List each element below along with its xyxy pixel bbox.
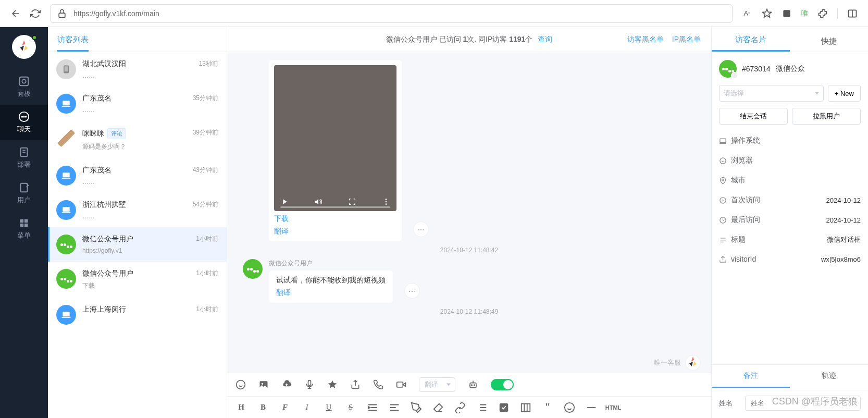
- translate-link[interactable]: 翻译: [276, 288, 386, 298]
- quote-icon[interactable]: ": [542, 402, 553, 413]
- tab-shortcuts[interactable]: 快捷: [790, 36, 868, 52]
- bold-icon[interactable]: B: [257, 402, 269, 413]
- svg-point-40: [720, 157, 726, 163]
- star-icon[interactable]: [327, 379, 338, 390]
- visitor-name: 广东茂名: [82, 94, 111, 103]
- emoji-icon[interactable]: [564, 402, 575, 413]
- volume-icon[interactable]: [314, 198, 323, 206]
- right-panel: 访客名片 快捷 #673014 微信公众 请选择 + New 结束会话 拉黑用户…: [712, 27, 868, 418]
- ip-blacklist-link[interactable]: IP黑名单: [672, 35, 701, 44]
- visitor-item[interactable]: 浙江杭州拱墅……54分钟前: [48, 193, 227, 227]
- font-icon[interactable]: F: [279, 402, 291, 413]
- emoji-icon[interactable]: [235, 379, 246, 390]
- tag-select[interactable]: 请选择: [719, 85, 824, 102]
- detail-value: 微信对话框: [827, 235, 861, 244]
- tab-track[interactable]: 轨迹: [790, 365, 868, 388]
- phone-icon[interactable]: [373, 379, 383, 390]
- visitor-time: 1小时前: [196, 305, 218, 314]
- highlight-icon[interactable]: [411, 402, 422, 413]
- app-logo[interactable]: [12, 35, 36, 59]
- checkbox-icon[interactable]: [498, 402, 510, 413]
- strikethrough-icon[interactable]: S: [345, 402, 356, 413]
- visit-count: 1: [463, 35, 467, 43]
- nav-label: 部署: [17, 160, 31, 169]
- end-session-button[interactable]: 结束会话: [719, 108, 788, 125]
- message-actions[interactable]: ⋯: [404, 283, 420, 299]
- video-player[interactable]: [274, 65, 396, 211]
- video-progress[interactable]: [280, 206, 390, 208]
- text-size-icon[interactable]: A»: [742, 8, 752, 19]
- nav-item-2[interactable]: 部署: [0, 140, 48, 176]
- new-button[interactable]: + New: [828, 85, 861, 102]
- fullscreen-icon[interactable]: [348, 198, 356, 206]
- visitor-item[interactable]: 广东茂名……43分钟前: [48, 158, 227, 193]
- blacklist-user-button[interactable]: 拉黑用户: [792, 108, 861, 125]
- url-bar[interactable]: https://gofly.v1kf.com/main: [50, 4, 733, 23]
- visitor-time: 39分钟前: [193, 128, 218, 137]
- visitor-blacklist-link[interactable]: 访客黑名单: [627, 35, 664, 44]
- name-label: 姓名: [719, 399, 740, 408]
- mic-icon[interactable]: [304, 379, 315, 390]
- visitor-item[interactable]: 微信公众号用户https://gofly.v11小时前: [48, 227, 227, 262]
- message-timestamp: 2024-10-12 11:48:42: [243, 247, 696, 254]
- browser-chrome: https://gofly.v1kf.com/main A» 唯: [0, 0, 868, 27]
- detail-icon: [719, 137, 727, 145]
- italic-icon[interactable]: I: [301, 402, 313, 413]
- underline-icon[interactable]: U: [323, 402, 334, 413]
- share-icon[interactable]: [350, 379, 361, 390]
- visitor-panel: 访客列表 湖北武汉汉阳……13秒前广东茂名……35分钟前咪咪咪评论源码是多少啊？…: [48, 27, 227, 418]
- video-icon[interactable]: [396, 379, 406, 390]
- name-input[interactable]: [745, 396, 861, 411]
- query-link[interactable]: 查询: [538, 35, 552, 43]
- visitor-item[interactable]: 微信公众号用户下载1小时前: [48, 262, 227, 298]
- translate-select[interactable]: 翻译: [419, 377, 455, 392]
- visitor-item[interactable]: 广东茂名……35分钟前: [48, 87, 227, 121]
- nav-item-0[interactable]: 面板: [0, 69, 48, 105]
- svg-rect-0: [59, 13, 65, 17]
- visitor-tabs: 访客列表: [48, 27, 227, 52]
- html-button[interactable]: HTML: [607, 402, 619, 413]
- heading-icon[interactable]: H: [235, 402, 247, 413]
- translate-link[interactable]: 翻译: [274, 227, 396, 236]
- tab-visitor-list[interactable]: 访客列表: [57, 35, 89, 52]
- hr-icon[interactable]: [586, 402, 597, 413]
- download-link[interactable]: 下载: [274, 214, 396, 224]
- indent-icon[interactable]: [367, 402, 378, 413]
- detail-row: 标题微信对话框: [719, 230, 861, 250]
- lock-icon: [57, 8, 67, 19]
- tab-visitor-card[interactable]: 访客名片: [712, 35, 790, 52]
- message-actions[interactable]: ⋯: [413, 222, 429, 237]
- user-avatar: [243, 259, 263, 279]
- cloud-upload-icon[interactable]: [281, 379, 292, 390]
- link-icon[interactable]: [454, 402, 466, 413]
- input-toolbar: 翻译: [227, 373, 711, 396]
- video-message: 下载 翻译: [269, 60, 402, 241]
- tab-remark[interactable]: 备注: [712, 365, 790, 388]
- star-icon[interactable]: [762, 8, 772, 19]
- visitor-item[interactable]: 上海上海闵行1小时前: [48, 298, 227, 332]
- list-icon[interactable]: [476, 402, 488, 413]
- align-icon[interactable]: [389, 402, 400, 413]
- visitor-avatar: [56, 59, 76, 79]
- back-button[interactable]: [10, 8, 21, 19]
- same-ip-count: 1191: [509, 35, 525, 43]
- robot-icon[interactable]: [468, 379, 478, 390]
- visitor-item[interactable]: 湖北武汉汉阳……13秒前: [48, 52, 227, 87]
- image-icon[interactable]: [258, 379, 269, 390]
- refresh-button[interactable]: [30, 8, 41, 19]
- play-icon[interactable]: [280, 198, 289, 206]
- detail-icon: [719, 255, 727, 263]
- split-icon[interactable]: [847, 8, 858, 19]
- visitor-item[interactable]: 咪咪咪评论源码是多少啊？39分钟前: [48, 121, 227, 158]
- nav-item-1[interactable]: 聊天: [0, 105, 48, 140]
- extensions-icon[interactable]: [817, 8, 828, 19]
- reader-icon[interactable]: [782, 8, 792, 19]
- toggle-switch[interactable]: [491, 379, 514, 390]
- more-icon[interactable]: [382, 198, 390, 206]
- columns-icon[interactable]: [520, 402, 531, 413]
- sender-name: 微信公众号用户: [269, 259, 393, 268]
- eraser-icon[interactable]: [432, 402, 444, 413]
- svg-rect-13: [20, 224, 23, 227]
- nav-item-3[interactable]: 用户: [0, 176, 48, 211]
- nav-item-4[interactable]: 菜单: [0, 211, 48, 247]
